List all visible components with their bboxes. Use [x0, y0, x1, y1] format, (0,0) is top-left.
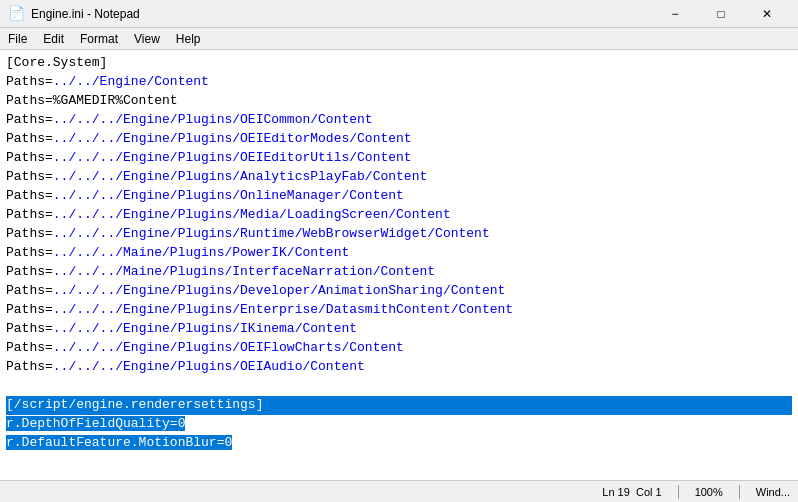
status-divider-2	[739, 485, 740, 499]
window-controls: − □ ✕	[652, 0, 790, 28]
editor-area: [Core.System]Paths=../../Engine/ContentP…	[0, 50, 798, 480]
editor-line: Paths=../../../Engine/Plugins/AnalyticsP…	[6, 168, 792, 187]
menu-bar: File Edit Format View Help	[0, 28, 798, 50]
editor-line: Paths=../../../Engine/Plugins/Runtime/We…	[6, 225, 792, 244]
status-ln-col: Ln 19 Col 1	[602, 486, 661, 498]
editor-line: r.DepthOfFieldQuality=0	[6, 415, 792, 434]
window-title: Engine.ini - Notepad	[31, 7, 140, 21]
editor-line: Paths=../../../Engine/Plugins/OEIFlowCha…	[6, 339, 792, 358]
editor-line: [/script/engine.renderersettings]	[6, 396, 792, 415]
editor-line: r.DefaultFeature.MotionBlur=0	[6, 434, 792, 453]
editor-line: Paths=../../../Engine/Plugins/OEIAudio/C…	[6, 358, 792, 377]
menu-file[interactable]: File	[0, 28, 35, 49]
editor-line: Paths=../../../Engine/Plugins/OEIEditorM…	[6, 130, 792, 149]
status-bar: Ln 19 Col 1 100% Wind...	[0, 480, 798, 502]
app-icon: 📄	[8, 5, 25, 22]
editor-line	[6, 377, 792, 396]
editor-line: Paths=../../../Engine/Plugins/OEICommon/…	[6, 111, 792, 130]
editor-line: Paths=../../../Maine/Plugins/InterfaceNa…	[6, 263, 792, 282]
editor-line: Paths=../../../Engine/Plugins/OEIEditorU…	[6, 149, 792, 168]
editor-line: Paths=../../../Engine/Plugins/IKinema/Co…	[6, 320, 792, 339]
editor-line: Paths=../../Engine/Content	[6, 73, 792, 92]
status-divider-1	[678, 485, 679, 499]
editor-line: Paths=../../../Engine/Plugins/Developer/…	[6, 282, 792, 301]
editor-line: [Core.System]	[6, 54, 792, 73]
menu-edit[interactable]: Edit	[35, 28, 72, 49]
editor-line: Paths=../../../Engine/Plugins/Enterprise…	[6, 301, 792, 320]
close-button[interactable]: ✕	[744, 0, 790, 28]
editor-line: Paths=../../../Engine/Plugins/OnlineMana…	[6, 187, 792, 206]
status-zoom: 100%	[695, 486, 723, 498]
editor-line: Paths=../../../Engine/Plugins/Media/Load…	[6, 206, 792, 225]
status-line-ending: Wind...	[756, 486, 790, 498]
menu-format[interactable]: Format	[72, 28, 126, 49]
title-bar: 📄 Engine.ini - Notepad − □ ✕	[0, 0, 798, 28]
text-editor[interactable]: [Core.System]Paths=../../Engine/ContentP…	[0, 50, 798, 480]
minimize-button[interactable]: −	[652, 0, 698, 28]
editor-line: Paths=../../../Maine/Plugins/PowerIK/Con…	[6, 244, 792, 263]
editor-line: Paths=%GAMEDIR%Content	[6, 92, 792, 111]
menu-view[interactable]: View	[126, 28, 168, 49]
maximize-button[interactable]: □	[698, 0, 744, 28]
menu-help[interactable]: Help	[168, 28, 209, 49]
